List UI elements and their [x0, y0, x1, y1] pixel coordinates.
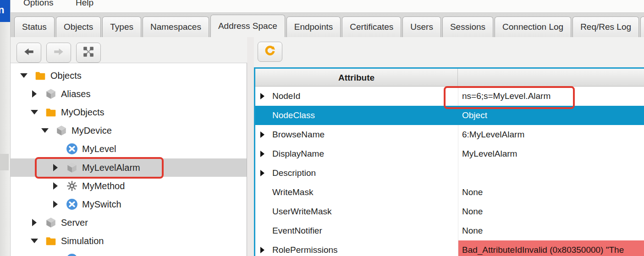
tab-row: Status Objects Types Namespaces Address …	[14, 15, 644, 37]
back-button[interactable]	[17, 43, 41, 63]
variable-icon	[66, 253, 78, 256]
tree-item-mylevel[interactable]: MyLevel	[11, 140, 247, 158]
tree-item-label: Objects	[50, 71, 82, 81]
menu-options[interactable]: Options	[23, 0, 53, 8]
tab-namespaces[interactable]: Namespaces	[143, 16, 209, 37]
attr-value: MyLevelAlarm	[458, 144, 644, 163]
attributes-table: Attribute NodeId ns=6;s=MyLevel.Alarm No…	[254, 67, 644, 256]
tab-types[interactable]: Types	[102, 16, 141, 37]
attr-name: BrowseName	[272, 125, 325, 144]
tab-endpoints[interactable]: Endpoints	[286, 16, 341, 37]
attr-row-browsename[interactable]: BrowseName 6:MyLevelAlarm	[255, 125, 644, 144]
gear-icon	[66, 180, 78, 192]
attr-row-nodeid[interactable]: NodeId ns=6;s=MyLevel.Alarm	[255, 87, 644, 106]
tree-item-mymethod[interactable]: MyMethod	[11, 177, 247, 195]
tree-item-myobjects[interactable]: MyObjects	[11, 103, 247, 121]
tab-address-space[interactable]: Address Space	[210, 15, 285, 37]
forward-arrow-icon	[53, 46, 65, 60]
tab-status[interactable]: Status	[14, 16, 55, 37]
tab-connection-log[interactable]: Connection Log	[495, 16, 571, 37]
attr-row-eventnotifier[interactable]: EventNotifier None	[255, 221, 644, 240]
attr-name: DisplayName	[272, 144, 324, 163]
expander-icon[interactable]	[41, 128, 49, 133]
row-expander-icon[interactable]	[260, 151, 264, 157]
tab-req-res-log[interactable]: Req/Res Log	[572, 16, 639, 37]
expander-icon[interactable]	[30, 219, 39, 226]
attr-name: NodeId	[272, 87, 300, 106]
attr-value: None	[458, 221, 644, 240]
expander-icon[interactable]	[51, 164, 60, 171]
attr-name: UserWriteMask	[272, 202, 332, 221]
attributes-table-header[interactable]: Attribute	[255, 69, 644, 87]
attr-value: None	[458, 202, 644, 221]
expander-icon[interactable]	[30, 90, 39, 98]
row-expander-icon[interactable]	[260, 247, 264, 253]
cube-icon	[45, 88, 57, 100]
tree-item-mydevice[interactable]: MyDevice	[11, 121, 247, 140]
attr-row-writemask[interactable]: WriteMask None	[255, 183, 644, 202]
back-arrow-icon	[23, 46, 35, 60]
panel-splitter[interactable]	[247, 37, 254, 256]
attr-row-displayname[interactable]: DisplayName MyLevelAlarm	[255, 144, 644, 163]
attr-value: None	[458, 183, 644, 202]
forward-button[interactable]	[46, 43, 71, 63]
app-window: Options Help Status Objects Types Namesp…	[10, 0, 644, 256]
attribute-column-header[interactable]: Attribute	[255, 69, 458, 87]
folder-icon	[34, 70, 46, 82]
refresh-icon	[264, 45, 276, 59]
expand-all-button[interactable]	[76, 43, 101, 63]
attr-row-nodeclass[interactable]: NodeClass Object	[255, 106, 644, 125]
attr-row-userwritemask[interactable]: UserWriteMask None	[255, 202, 644, 221]
attr-value: ns=6;s=MyLevel.Alarm	[458, 87, 644, 106]
attr-name: WriteMask	[272, 183, 313, 202]
expander-icon[interactable]	[51, 182, 60, 190]
expander-icon[interactable]	[20, 73, 28, 78]
expander-icon[interactable]	[30, 110, 39, 114]
tree-item-aliases[interactable]: Aliases	[11, 85, 247, 103]
attr-name: RolePermissions	[272, 240, 338, 256]
attr-value-error: Bad_AttributeIdInvalid (0x80350000) "The	[458, 240, 644, 256]
row-expander-icon[interactable]	[260, 170, 264, 176]
expander-icon[interactable]	[30, 239, 39, 243]
tree-item-partial[interactable]	[11, 250, 247, 256]
address-space-tree: Objects Aliases MyObjects	[11, 63, 247, 256]
background-window-letter: n	[0, 4, 4, 16]
tree-item-label: MyDevice	[72, 125, 112, 136]
refresh-button[interactable]	[258, 42, 282, 62]
expand-all-icon	[83, 46, 94, 60]
tree-item-label: MyMethod	[82, 181, 125, 191]
tab-partial[interactable]	[640, 16, 644, 37]
row-expander-icon[interactable]	[260, 131, 264, 138]
attr-row-description[interactable]: Description	[255, 163, 644, 183]
background-window-band	[0, 154, 9, 170]
tab-sessions[interactable]: Sessions	[442, 16, 493, 37]
tree-item-objects[interactable]: Objects	[11, 66, 247, 85]
tree-item-label: Server	[61, 218, 88, 228]
tree-item-label: MyLevel	[82, 144, 116, 154]
tree-item-label: MyObjects	[61, 107, 104, 118]
row-expander-icon[interactable]	[260, 93, 264, 99]
tree-item-label: Aliases	[61, 89, 90, 99]
cube-icon	[66, 162, 78, 174]
expander-icon[interactable]	[51, 201, 60, 208]
attr-row-rolepermissions[interactable]: RolePermissions Bad_AttributeIdInvalid (…	[255, 240, 644, 256]
tree-item-simulation[interactable]: Simulation	[11, 232, 247, 250]
tree-item-myswitch[interactable]: MySwitch	[11, 195, 247, 213]
variable-icon	[66, 143, 78, 155]
value-column-header[interactable]	[458, 69, 644, 87]
menu-help[interactable]: Help	[76, 0, 94, 8]
screenshot-root: n Options Help Status Objects Types Name…	[0, 0, 644, 256]
folder-icon	[45, 235, 57, 247]
attr-value: Object	[458, 106, 644, 125]
tab-certificates[interactable]: Certificates	[342, 16, 401, 37]
tree-item-server[interactable]: Server	[11, 213, 247, 232]
tab-objects[interactable]: Objects	[56, 16, 101, 37]
attr-name: EventNotifier	[272, 221, 322, 240]
attributes-toolbar	[254, 37, 644, 67]
tree-item-mylevelalarm[interactable]: MyLevelAlarm	[11, 158, 247, 177]
cube-icon	[45, 217, 57, 229]
tab-users[interactable]: Users	[402, 16, 441, 37]
background-window-fragment: n	[0, 0, 10, 22]
menu-bar: Options Help	[11, 0, 644, 13]
tree-item-label: Simulation	[61, 236, 104, 246]
